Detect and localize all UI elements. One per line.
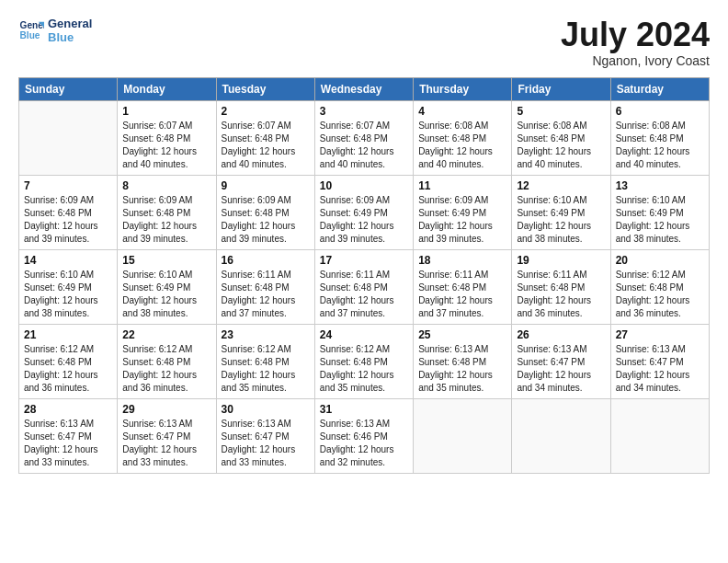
day-number: 24 bbox=[320, 328, 408, 341]
day-cell: 19Sunrise: 6:11 AM Sunset: 6:48 PM Dayli… bbox=[512, 249, 610, 324]
day-info: Sunrise: 6:11 AM Sunset: 6:48 PM Dayligh… bbox=[418, 269, 506, 320]
day-info: Sunrise: 6:11 AM Sunset: 6:48 PM Dayligh… bbox=[222, 269, 310, 320]
calendar: SundayMondayTuesdayWednesdayThursdayFrid… bbox=[18, 77, 710, 474]
day-info: Sunrise: 6:13 AM Sunset: 6:48 PM Dayligh… bbox=[418, 343, 506, 395]
day-cell: 7Sunrise: 6:09 AM Sunset: 6:48 PM Daylig… bbox=[19, 175, 118, 249]
day-number: 7 bbox=[24, 179, 112, 192]
day-cell: 16Sunrise: 6:11 AM Sunset: 6:48 PM Dayli… bbox=[216, 249, 314, 324]
day-info: Sunrise: 6:07 AM Sunset: 6:48 PM Dayligh… bbox=[122, 120, 210, 171]
svg-text:Blue: Blue bbox=[20, 30, 40, 40]
day-info: Sunrise: 6:10 AM Sunset: 6:49 PM Dayligh… bbox=[122, 269, 210, 320]
day-info: Sunrise: 6:07 AM Sunset: 6:48 PM Dayligh… bbox=[320, 120, 408, 171]
day-number: 11 bbox=[418, 179, 506, 192]
day-info: Sunrise: 6:09 AM Sunset: 6:49 PM Dayligh… bbox=[418, 194, 506, 246]
day-info: Sunrise: 6:11 AM Sunset: 6:48 PM Dayligh… bbox=[320, 269, 408, 320]
day-number: 8 bbox=[122, 179, 210, 192]
day-cell: 23Sunrise: 6:12 AM Sunset: 6:48 PM Dayli… bbox=[216, 324, 314, 398]
col-header-tuesday: Tuesday bbox=[216, 77, 314, 100]
day-info: Sunrise: 6:13 AM Sunset: 6:47 PM Dayligh… bbox=[24, 418, 112, 469]
day-cell: 14Sunrise: 6:10 AM Sunset: 6:49 PM Dayli… bbox=[19, 249, 118, 324]
day-number: 2 bbox=[222, 105, 310, 118]
day-cell: 13Sunrise: 6:10 AM Sunset: 6:49 PM Dayli… bbox=[610, 175, 709, 249]
day-cell: 21Sunrise: 6:12 AM Sunset: 6:48 PM Dayli… bbox=[19, 324, 118, 398]
month-title: July 2024 bbox=[561, 17, 710, 53]
day-number: 27 bbox=[616, 328, 704, 341]
day-number: 16 bbox=[222, 254, 310, 267]
day-cell: 1Sunrise: 6:07 AM Sunset: 6:48 PM Daylig… bbox=[118, 100, 216, 175]
day-number: 30 bbox=[222, 403, 310, 416]
day-info: Sunrise: 6:13 AM Sunset: 6:46 PM Dayligh… bbox=[320, 418, 408, 469]
day-cell: 4Sunrise: 6:08 AM Sunset: 6:48 PM Daylig… bbox=[414, 100, 512, 175]
header: General Blue General Blue July 2024 Ngan… bbox=[18, 17, 710, 68]
day-number: 21 bbox=[24, 328, 112, 341]
day-number: 19 bbox=[517, 254, 605, 267]
day-number: 13 bbox=[616, 179, 704, 192]
day-cell: 29Sunrise: 6:13 AM Sunset: 6:47 PM Dayli… bbox=[118, 398, 216, 473]
day-info: Sunrise: 6:09 AM Sunset: 6:48 PM Dayligh… bbox=[222, 194, 310, 246]
col-header-sunday: Sunday bbox=[19, 77, 118, 100]
day-info: Sunrise: 6:13 AM Sunset: 6:47 PM Dayligh… bbox=[222, 418, 310, 469]
day-number: 12 bbox=[517, 179, 605, 192]
day-cell: 15Sunrise: 6:10 AM Sunset: 6:49 PM Dayli… bbox=[118, 249, 216, 324]
day-number: 15 bbox=[122, 254, 210, 267]
day-cell: 6Sunrise: 6:08 AM Sunset: 6:48 PM Daylig… bbox=[610, 100, 709, 175]
day-info: Sunrise: 6:12 AM Sunset: 6:48 PM Dayligh… bbox=[24, 343, 112, 395]
day-info: Sunrise: 6:08 AM Sunset: 6:48 PM Dayligh… bbox=[616, 120, 704, 171]
col-header-monday: Monday bbox=[118, 77, 216, 100]
day-number: 17 bbox=[320, 254, 408, 267]
day-info: Sunrise: 6:10 AM Sunset: 6:49 PM Dayligh… bbox=[616, 194, 704, 246]
week-row-3: 14Sunrise: 6:10 AM Sunset: 6:49 PM Dayli… bbox=[19, 249, 710, 324]
day-info: Sunrise: 6:08 AM Sunset: 6:48 PM Dayligh… bbox=[418, 120, 506, 171]
day-cell: 12Sunrise: 6:10 AM Sunset: 6:49 PM Dayli… bbox=[512, 175, 610, 249]
day-cell: 20Sunrise: 6:12 AM Sunset: 6:48 PM Dayli… bbox=[610, 249, 709, 324]
day-info: Sunrise: 6:10 AM Sunset: 6:49 PM Dayligh… bbox=[24, 269, 112, 320]
logo-blue: Blue bbox=[48, 30, 92, 44]
day-number: 3 bbox=[320, 105, 408, 118]
day-number: 25 bbox=[418, 328, 506, 341]
day-number: 6 bbox=[616, 105, 704, 118]
day-cell: 2Sunrise: 6:07 AM Sunset: 6:48 PM Daylig… bbox=[216, 100, 314, 175]
day-info: Sunrise: 6:08 AM Sunset: 6:48 PM Dayligh… bbox=[517, 120, 605, 171]
week-row-5: 28Sunrise: 6:13 AM Sunset: 6:47 PM Dayli… bbox=[19, 398, 710, 473]
day-number: 14 bbox=[24, 254, 112, 267]
day-info: Sunrise: 6:10 AM Sunset: 6:49 PM Dayligh… bbox=[517, 194, 605, 246]
day-number: 20 bbox=[616, 254, 704, 267]
day-number: 5 bbox=[517, 105, 605, 118]
week-row-2: 7Sunrise: 6:09 AM Sunset: 6:48 PM Daylig… bbox=[19, 175, 710, 249]
day-number: 31 bbox=[320, 403, 408, 416]
week-row-1: 1Sunrise: 6:07 AM Sunset: 6:48 PM Daylig… bbox=[19, 100, 710, 175]
day-info: Sunrise: 6:09 AM Sunset: 6:49 PM Dayligh… bbox=[320, 194, 408, 246]
title-area: July 2024 Nganon, Ivory Coast bbox=[561, 17, 710, 68]
day-number: 23 bbox=[222, 328, 310, 341]
logo: General Blue General Blue bbox=[18, 17, 92, 44]
col-header-wednesday: Wednesday bbox=[314, 77, 413, 100]
day-cell: 25Sunrise: 6:13 AM Sunset: 6:48 PM Dayli… bbox=[414, 324, 512, 398]
day-cell bbox=[19, 100, 118, 175]
day-number: 10 bbox=[320, 179, 408, 192]
day-number: 18 bbox=[418, 254, 506, 267]
day-info: Sunrise: 6:13 AM Sunset: 6:47 PM Dayligh… bbox=[122, 418, 210, 469]
day-cell: 31Sunrise: 6:13 AM Sunset: 6:46 PM Dayli… bbox=[314, 398, 413, 473]
location: Nganon, Ivory Coast bbox=[561, 53, 710, 68]
day-cell: 30Sunrise: 6:13 AM Sunset: 6:47 PM Dayli… bbox=[216, 398, 314, 473]
day-info: Sunrise: 6:09 AM Sunset: 6:48 PM Dayligh… bbox=[24, 194, 112, 246]
day-cell bbox=[414, 398, 512, 473]
day-number: 4 bbox=[418, 105, 506, 118]
day-cell: 27Sunrise: 6:13 AM Sunset: 6:47 PM Dayli… bbox=[610, 324, 709, 398]
day-cell: 17Sunrise: 6:11 AM Sunset: 6:48 PM Dayli… bbox=[314, 249, 413, 324]
day-info: Sunrise: 6:12 AM Sunset: 6:48 PM Dayligh… bbox=[616, 269, 704, 320]
day-info: Sunrise: 6:07 AM Sunset: 6:48 PM Dayligh… bbox=[222, 120, 310, 171]
day-info: Sunrise: 6:13 AM Sunset: 6:47 PM Dayligh… bbox=[517, 343, 605, 395]
day-cell: 9Sunrise: 6:09 AM Sunset: 6:48 PM Daylig… bbox=[216, 175, 314, 249]
day-cell bbox=[512, 398, 610, 473]
day-number: 1 bbox=[122, 105, 210, 118]
day-info: Sunrise: 6:12 AM Sunset: 6:48 PM Dayligh… bbox=[122, 343, 210, 395]
day-number: 28 bbox=[24, 403, 112, 416]
day-cell: 8Sunrise: 6:09 AM Sunset: 6:48 PM Daylig… bbox=[118, 175, 216, 249]
day-cell: 18Sunrise: 6:11 AM Sunset: 6:48 PM Dayli… bbox=[414, 249, 512, 324]
col-header-friday: Friday bbox=[512, 77, 610, 100]
day-cell: 26Sunrise: 6:13 AM Sunset: 6:47 PM Dayli… bbox=[512, 324, 610, 398]
day-number: 22 bbox=[122, 328, 210, 341]
calendar-header-row: SundayMondayTuesdayWednesdayThursdayFrid… bbox=[19, 77, 710, 100]
col-header-thursday: Thursday bbox=[414, 77, 512, 100]
